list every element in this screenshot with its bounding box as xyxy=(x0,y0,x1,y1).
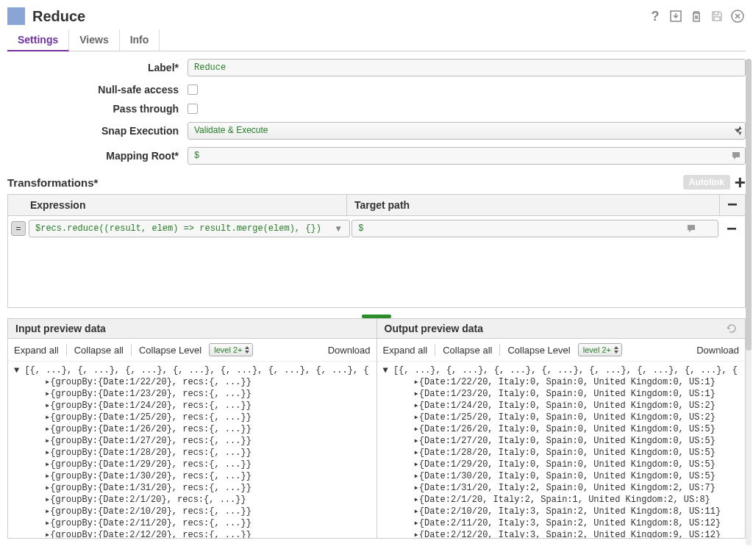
output-tree-node[interactable]: {Date:1/27/20, Italy:0, Spain:0, United … xyxy=(383,435,740,447)
mappingroot-input[interactable] xyxy=(188,147,746,165)
scrollbar-thumb[interactable] xyxy=(746,59,752,351)
output-preview-pane: Output preview data Expand all Collapse … xyxy=(377,319,746,538)
input-root-node[interactable]: [{, ...}, {, ...}, {, ...}, {, ...}, {, … xyxy=(14,365,371,376)
output-tree-node[interactable]: {Date:1/26/20, Italy:0, Spain:0, United … xyxy=(383,423,740,435)
export-icon[interactable] xyxy=(668,8,684,24)
remove-row-button[interactable]: − xyxy=(721,223,742,234)
tab-info[interactable]: Info xyxy=(120,29,160,51)
output-collapse-all[interactable]: Collapse all xyxy=(443,345,492,356)
transformation-row: = ▼ − xyxy=(8,216,745,241)
expression-input[interactable] xyxy=(29,220,350,237)
nullsafe-checkbox[interactable] xyxy=(188,85,198,95)
output-tree-node[interactable]: {Date:1/24/20, Italy:0, Spain:0, United … xyxy=(383,400,740,412)
output-level-select[interactable]: level 2+ xyxy=(578,343,622,356)
input-tree-node[interactable]: {groupBy:{Date:1/25/20}, recs:{, ...}} xyxy=(14,412,371,423)
remove-header-button[interactable]: − xyxy=(719,195,745,215)
output-collapse-level-label: Collapse Level xyxy=(507,345,570,356)
save-icon[interactable] xyxy=(709,8,725,24)
input-tree-node[interactable]: {groupBy:{Date:1/23/20}, recs:{, ...}} xyxy=(14,388,371,400)
snapexec-value: Validate & Execute xyxy=(194,125,268,135)
delete-icon[interactable] xyxy=(688,8,704,24)
output-tree-node[interactable]: {Date:1/25/20, Italy:0, Spain:0, United … xyxy=(383,412,740,423)
preview-container: Input preview data Expand all Collapse a… xyxy=(7,318,746,539)
nullsafe-label: Null-safe access xyxy=(7,84,188,96)
output-tree-node[interactable]: {Date:1/23/20, Italy:0, Spain:0, United … xyxy=(383,388,740,400)
input-preview-pane: Input preview data Expand all Collapse a… xyxy=(8,319,377,538)
input-tree-node[interactable]: {groupBy:{Date:1/30/20}, recs:{, ...}} xyxy=(14,470,371,482)
input-tree-node[interactable]: {groupBy:{Date:1/24/20}, recs:{, ...}} xyxy=(14,400,371,412)
output-expand-all[interactable]: Expand all xyxy=(383,345,428,356)
input-tree-node[interactable]: {groupBy:{Date:1/26/20}, recs:{, ...}} xyxy=(14,423,371,435)
output-root-node[interactable]: [{, ...}, {, ...}, {, ...}, {, ...}, {, … xyxy=(383,365,740,376)
output-tree-node[interactable]: {Date:2/11/20, Italy:3, Spain:2, United … xyxy=(383,517,740,529)
snapexec-label: Snap Execution xyxy=(7,125,188,137)
input-tree-node[interactable]: {groupBy:{Date:1/28/20}, recs:{, ...}} xyxy=(14,447,371,459)
input-tree-node[interactable]: {groupBy:{Date:2/12/20}, recs:{, ...}} xyxy=(14,529,371,538)
input-tree-node[interactable]: {groupBy:{Date:1/22/20}, recs:{, ...}} xyxy=(14,376,371,388)
transformations-table: Expression Target path − = ▼ − xyxy=(7,194,746,308)
svg-text:?: ? xyxy=(652,9,660,24)
input-tree-node[interactable]: {groupBy:{Date:1/27/20}, recs:{, ...}} xyxy=(14,435,371,447)
help-icon[interactable]: ? xyxy=(647,8,663,24)
input-tree-node[interactable]: {groupBy:{Date:2/1/20}, recs:{, ...}} xyxy=(14,494,371,506)
header-toolbar: ? xyxy=(647,8,746,24)
expression-dropdown-icon[interactable]: ▼ xyxy=(334,223,343,234)
output-download[interactable]: Download xyxy=(696,345,739,356)
input-tree-node[interactable]: {groupBy:{Date:1/29/20}, recs:{, ...}} xyxy=(14,459,371,470)
output-preview-title: Output preview data xyxy=(385,323,484,334)
output-tree-node[interactable]: {Date:1/22/20, Italy:0, Spain:0, United … xyxy=(383,376,740,388)
mappingroot-label: Mapping Root* xyxy=(7,150,188,162)
output-tree-node[interactable]: {Date:2/10/20, Italy:3, Spain:2, United … xyxy=(383,506,740,517)
col-targetpath: Target path xyxy=(347,195,719,215)
input-tree-node[interactable]: {groupBy:{Date:2/11/20}, recs:{, ...}} xyxy=(14,517,371,529)
dialog-header: Reduce ? xyxy=(7,6,746,29)
passthrough-label: Pass through xyxy=(7,103,188,115)
output-tree-node[interactable]: {Date:1/30/20, Italy:0, Spain:0, United … xyxy=(383,470,740,482)
passthrough-checkbox[interactable] xyxy=(188,104,198,114)
output-tree[interactable]: [{, ...}, {, ...}, {, ...}, {, ...}, {, … xyxy=(377,362,746,538)
input-level-select[interactable]: level 2+ xyxy=(209,343,253,356)
transformations-title: Transformations* Autolink + xyxy=(7,175,746,190)
input-preview-title: Input preview data xyxy=(15,323,106,334)
label-input[interactable] xyxy=(188,59,746,76)
output-tree-node[interactable]: {Date:1/29/20, Italy:0, Spain:0, United … xyxy=(383,459,740,470)
output-tree-node[interactable]: {Date:2/1/20, Italy:2, Spain:1, United K… xyxy=(383,494,740,506)
tab-views[interactable]: Views xyxy=(69,29,119,51)
output-tree-node[interactable]: {Date:1/28/20, Italy:0, Spain:0, United … xyxy=(383,447,740,459)
col-expression: Expression xyxy=(8,195,347,215)
output-tree-node[interactable]: {Date:2/12/20, Italy:3, Spain:2, United … xyxy=(383,529,740,538)
targetpath-suggest-icon[interactable] xyxy=(686,223,696,234)
transformations-title-text: Transformations* xyxy=(7,176,98,189)
refresh-icon[interactable] xyxy=(726,323,738,334)
targetpath-input[interactable] xyxy=(351,220,718,237)
autolink-button[interactable]: Autolink xyxy=(683,175,730,190)
dialog-title: Reduce xyxy=(32,8,647,25)
input-tree-node[interactable]: {groupBy:{Date:2/10/20}, recs:{, ...}} xyxy=(14,506,371,517)
tab-bar: Settings Views Info xyxy=(7,29,746,51)
close-icon[interactable] xyxy=(729,8,746,24)
snapexec-select[interactable]: Validate & Execute ▴▾ xyxy=(188,122,746,140)
input-tree[interactable]: [{, ...}, {, ...}, {, ...}, {, ...}, {, … xyxy=(8,362,376,538)
vertical-scrollbar[interactable] xyxy=(746,59,752,545)
suggest-icon[interactable] xyxy=(731,151,741,161)
expression-toggle-icon[interactable]: = xyxy=(11,221,26,236)
input-collapse-all[interactable]: Collapse all xyxy=(74,345,124,356)
output-tree-node[interactable]: {Date:1/31/20, Italy:2, Spain:0, United … xyxy=(383,482,740,494)
tab-settings[interactable]: Settings xyxy=(7,29,69,51)
input-tree-node[interactable]: {groupBy:{Date:1/31/20}, recs:{, ...}} xyxy=(14,482,371,494)
add-row-button[interactable]: + xyxy=(735,176,746,189)
input-collapse-level-label: Collapse Level xyxy=(139,345,201,356)
label-label: Label* xyxy=(7,62,188,73)
snap-type-icon xyxy=(7,7,25,25)
input-download[interactable]: Download xyxy=(328,345,371,356)
input-expand-all[interactable]: Expand all xyxy=(14,345,59,356)
